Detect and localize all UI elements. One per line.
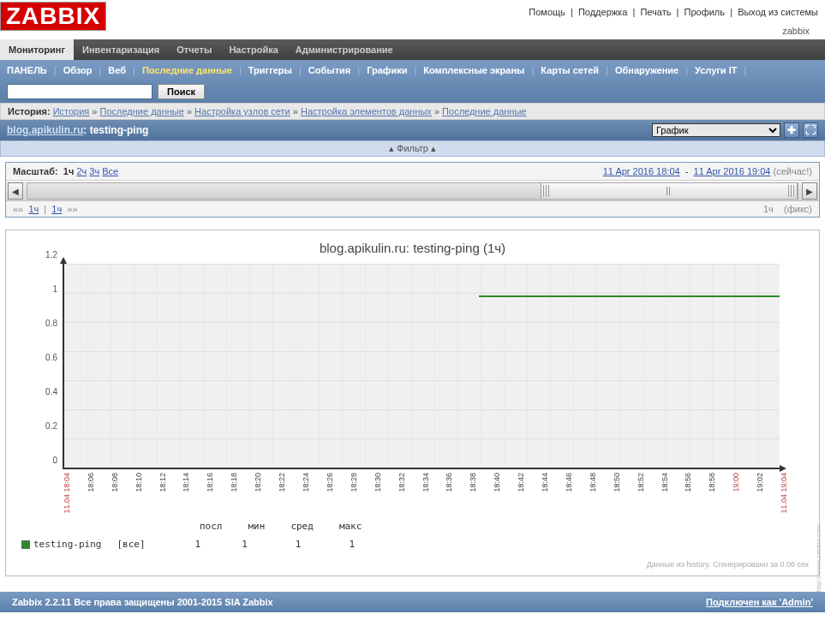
link-print[interactable]: Печать	[640, 7, 671, 17]
x-tick: 18:32	[398, 473, 406, 492]
nav-mode: (фикс)	[784, 204, 812, 214]
slider-prev-button[interactable]: ◀	[8, 182, 23, 200]
x-tick: 18:24	[302, 473, 310, 492]
slider-next-button[interactable]: ▶	[802, 182, 817, 200]
y-tick: 1.2	[45, 250, 57, 259]
zoom-opt[interactable]: Все	[102, 166, 118, 176]
host-link[interactable]: blog.apikulin.ru	[7, 124, 83, 136]
footer-login-as[interactable]: Подключен как 'Admin'	[706, 597, 813, 607]
nav-ll: ««	[13, 204, 23, 214]
x-tick: 18:30	[374, 473, 382, 492]
y-tick: 0.6	[45, 353, 57, 362]
arrow-up-icon	[60, 257, 67, 264]
filter-toggle[interactable]: ▴ Фильтр ▴	[0, 140, 825, 157]
sub-web[interactable]: Веб	[101, 62, 133, 79]
zoom-opt[interactable]: 3ч	[89, 166, 99, 176]
add-button[interactable]: ✚	[784, 122, 799, 138]
chart-footer-note: Данные из history. Сгенерировано за 0.06…	[11, 552, 814, 570]
y-tick: 0.2	[45, 421, 57, 431]
link-help[interactable]: Помощь	[529, 7, 565, 17]
arrow-right-icon	[780, 465, 786, 472]
search-input[interactable]	[7, 84, 152, 99]
link-profile[interactable]: Профиль	[685, 7, 726, 17]
zoom-label: Масштаб:	[13, 166, 58, 176]
x-tick: 18:14	[182, 473, 190, 492]
chevron-up-icon: ▴	[389, 143, 394, 153]
chart: blog.apikulin.ru: testing-ping (1ч) 00.2…	[5, 230, 820, 576]
sub-screens[interactable]: Комплексные экраны	[416, 62, 531, 79]
history-item[interactable]: Настройка элементов данных	[301, 106, 432, 116]
logo[interactable]: ZABBIX	[0, 2, 106, 31]
x-tick: 18:38	[469, 473, 477, 492]
sub-events[interactable]: События	[302, 62, 357, 79]
x-tick: 18:52	[637, 473, 645, 492]
tab-monitoring[interactable]: Мониторинг	[0, 39, 74, 60]
time-panel: Масштаб: 1ч 2ч 3ч Все 11 Apr 2016 18:04 …	[5, 162, 820, 218]
x-tick: 19:02	[756, 473, 764, 492]
footer-copyright: Zabbix 2.2.11 Все права защищены 2001-20…	[12, 597, 273, 607]
zoom-opt[interactable]: 2ч	[76, 166, 87, 176]
sub-overview[interactable]: Обзор	[57, 62, 99, 79]
slider-thumb[interactable]	[541, 183, 798, 199]
tab-inventory[interactable]: Инвентаризация	[74, 39, 168, 60]
time-slider[interactable]	[27, 182, 798, 200]
x-tick: 18:48	[589, 473, 597, 492]
sub-triggers[interactable]: Триггеры	[242, 62, 299, 79]
range-to[interactable]: 11 Apr 2016 19:04	[694, 166, 771, 176]
tab-admin[interactable]: Администрирование	[287, 39, 402, 60]
y-tick: 1	[52, 284, 57, 294]
watermark: http://www.zabbix.com	[815, 524, 822, 593]
history-item[interactable]: История	[53, 106, 90, 116]
tab-reports[interactable]: Отчеты	[168, 39, 220, 60]
title-bar: blog.apikulin.ru: testing-ping График ✚ …	[0, 120, 825, 140]
fullscreen-button[interactable]: ⛶	[803, 122, 818, 138]
x-tick: 18:56	[684, 473, 692, 492]
zoom-current: 1ч	[63, 166, 75, 176]
x-tick: 18:20	[254, 473, 262, 492]
history-item[interactable]: Последние данные	[100, 106, 184, 116]
sub-maps[interactable]: Карты сетей	[534, 62, 606, 79]
x-tick: 18:46	[565, 473, 573, 492]
view-select[interactable]: График	[652, 123, 780, 137]
legend-row: testing-ping [все] 1 1 1 1	[11, 532, 814, 552]
breadcrumb: История: История » Последние данные » На…	[0, 103, 825, 120]
sub-graphs[interactable]: Графики	[360, 62, 414, 79]
top-links: Помощь | Поддержка | Печать | Профиль | …	[529, 2, 818, 22]
link-support[interactable]: Поддержка	[578, 7, 627, 17]
x-tick: 18:42	[517, 473, 525, 492]
y-tick: 0.8	[45, 319, 57, 328]
x-tick: 18:18	[230, 473, 238, 492]
sub-menu: ПАНЕЛЬ| Обзор| Веб| Последние данные| Тр…	[0, 60, 825, 103]
x-tick: 18:22	[278, 473, 286, 492]
range-from[interactable]: 11 Apr 2016 18:04	[603, 166, 680, 176]
y-tick: 0	[52, 456, 57, 465]
nav-back-1h[interactable]: 1ч	[28, 204, 39, 214]
search-button[interactable]: Поиск	[158, 84, 205, 99]
x-tick: 18:12	[158, 473, 167, 492]
x-tick: 18:28	[350, 473, 358, 492]
sub-discovery[interactable]: Обнаружение	[608, 62, 685, 79]
history-item[interactable]: Последние данные	[442, 106, 526, 116]
legend-headers: посл мин сред макс	[11, 521, 814, 532]
tab-config[interactable]: Настройка	[220, 39, 286, 60]
x-tick: 11.04 19:04	[780, 473, 788, 514]
footer: Zabbix 2.2.11 Все права защищены 2001-20…	[0, 592, 825, 612]
main-menu: Мониторинг Инвентаризация Отчеты Настрой…	[0, 39, 825, 60]
x-tick: 11.04 18:04	[63, 473, 71, 514]
nav-dur: 1ч	[763, 204, 774, 214]
y-tick: 0.4	[45, 387, 57, 397]
sub-dashboard[interactable]: ПАНЕЛЬ	[0, 62, 54, 79]
history-item[interactable]: Настройка узлов сети	[194, 106, 290, 116]
link-logout[interactable]: Выход из системы	[738, 7, 818, 17]
x-tick: 18:26	[326, 473, 334, 492]
sub-itservices[interactable]: Услуги IT	[688, 62, 744, 79]
x-tick: 18:16	[206, 473, 214, 492]
plot-area	[63, 264, 780, 469]
x-tick: 18:08	[111, 473, 119, 492]
nav-fwd-1h[interactable]: 1ч	[51, 204, 62, 214]
x-tick: 18:50	[613, 473, 621, 492]
x-tick: 18:40	[493, 473, 501, 492]
x-tick: 18:44	[541, 473, 549, 492]
sub-latest-data[interactable]: Последние данные	[135, 62, 239, 79]
x-tick: 18:10	[135, 473, 143, 492]
